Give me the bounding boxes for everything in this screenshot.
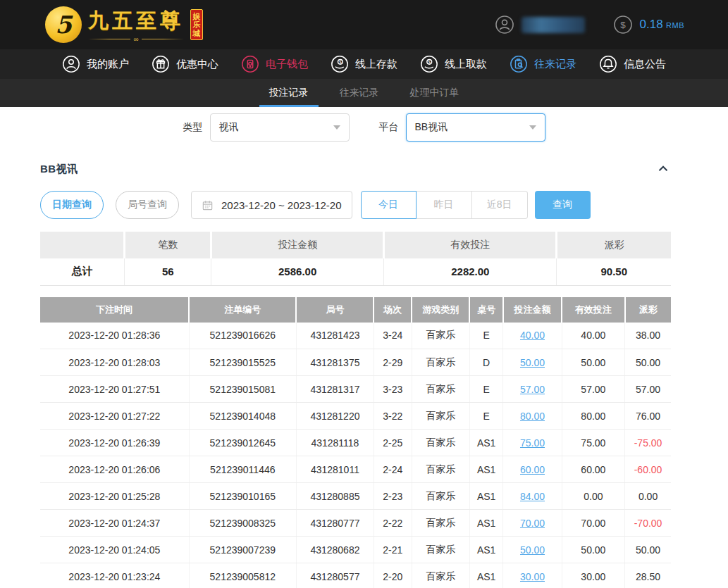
section-title: BB视讯 [40,163,78,176]
cell-game: 百家乐 [412,430,469,456]
main-nav: 我的账户 优惠中心 电子钱包 [0,49,728,79]
cell-session: 3-24 [374,323,412,349]
table-row: 2023-12-20 01:25:28521239010165431280885… [40,483,671,510]
cell-table_no: AS1 [469,430,502,456]
summary-header-bet-amount: 投注金额 [211,232,384,258]
gift-icon [152,55,170,73]
cell-round_no: 431280885 [296,483,374,510]
bet-amount-link[interactable]: 50.00 [520,544,545,556]
bet-amount-link[interactable]: 40.00 [520,330,545,341]
bet-amount-link[interactable]: 50.00 [520,357,545,368]
nav-item-online-deposit[interactable]: $ 线上存款 [331,55,397,73]
cell-table_no: AS1 [469,537,502,563]
logo-coin-icon: 5 [45,6,82,43]
bet-amount-link[interactable]: 75.00 [520,437,545,449]
cell-round_no: 431280577 [296,563,374,588]
date-query-button[interactable]: 日期查询 [40,191,104,219]
tab-transaction-records[interactable]: 往来记录 [338,79,381,107]
query-toolbar: 日期查询 局号查询 2023-12-20 ~ 2023-12-20 今日 昨日 … [40,191,671,219]
cell-time: 2023-12-20 01:24:37 [40,510,189,537]
nav-item-online-withdrawal[interactable]: $ 线上取款 [420,55,487,73]
nav-item-promotions[interactable]: 优惠中心 [152,55,218,73]
bet-amount-link[interactable]: 30.00 [520,571,545,582]
sub-nav: 投注记录 往来记录 处理中订单 [0,79,728,107]
last-8-days-button[interactable]: 近8日 [472,191,528,219]
cell-valid: 50.00 [562,349,624,376]
nav-label: 往来记录 [534,58,576,71]
table-row: 2023-12-20 01:23:24521239005812431280577… [40,563,671,588]
cell-bet_no: 521239014048 [189,403,296,430]
nav-item-my-account[interactable]: 我的账户 [62,55,129,73]
summary-header-row: 笔数 投注金额 有效投注 派彩 [40,232,671,258]
today-button[interactable]: 今日 [361,191,417,219]
cell-bet_no: 521239016626 [189,323,296,349]
summary-header-blank [40,232,125,258]
deposit-icon: $ [331,55,349,73]
username-blurred [522,17,585,33]
summary-header-payout: 派彩 [557,232,671,258]
platform-select[interactable]: BB视讯 [406,113,545,142]
bet-table-header-row: 下注时间 注单编号 局号 场次 游戏类别 桌号 投注金额 有效投注 派彩 [40,297,671,323]
tab-processing-orders[interactable]: 处理中订单 [409,79,461,107]
cell-valid: 50.00 [562,537,624,563]
cell-time: 2023-12-20 01:27:22 [40,403,189,430]
nav-item-e-wallet[interactable]: 电子钱包 [241,55,308,73]
content-area: BB视讯 日期查询 局号查询 2023-12-20 ~ 2023-12-20 今… [0,154,728,588]
cell-table_no: AS1 [469,483,502,510]
cell-valid: 60.00 [562,456,624,483]
table-row: 2023-12-20 01:28:36521239016626431281423… [40,323,671,349]
user-icon [62,55,80,73]
cell-table_no: E [469,376,502,403]
cell-bet: 70.00 [503,510,562,537]
cell-game: 百家乐 [412,537,469,563]
cell-time: 2023-12-20 01:24:05 [40,537,189,563]
nav-label: 线上存款 [355,58,397,71]
cell-round_no: 431281118 [296,430,374,456]
nav-item-transaction-records[interactable]: 往来记录 [510,55,576,73]
search-button[interactable]: 查询 [535,191,591,219]
balance-amount[interactable]: 0.18 RMB [640,18,685,32]
tab-bet-records[interactable]: 投注记录 [268,79,310,107]
cell-time: 2023-12-20 01:27:51 [40,376,189,403]
logo-badge: 娱乐城 [190,9,203,40]
platform-filter-label: 平台 [379,121,399,134]
calendar-icon [202,199,214,211]
bet-amount-link[interactable]: 70.00 [520,518,545,529]
cell-valid: 40.00 [562,323,624,349]
yesterday-button[interactable]: 昨日 [417,191,472,219]
cell-time: 2023-12-20 01:28:03 [40,349,189,376]
cell-game: 百家乐 [412,323,469,349]
round-query-button[interactable]: 局号查询 [116,191,179,219]
cell-session: 3-23 [374,376,412,403]
summary-header-valid-bet: 有效投注 [384,232,557,258]
summary-total-label: 总计 [40,258,125,285]
type-select[interactable]: 视讯 [210,113,350,142]
bet-records-table: 下注时间 注单编号 局号 场次 游戏类别 桌号 投注金额 有效投注 派彩 202… [40,297,671,588]
col-bet-number: 注单编号 [189,297,296,323]
cell-round_no: 431281220 [296,403,374,430]
cell-round_no: 431281011 [296,456,374,483]
summary-total-bet-amount: 2586.00 [211,258,384,285]
cell-valid: 57.00 [562,376,624,403]
bet-amount-link[interactable]: 84.00 [520,491,545,502]
nav-label: 电子钱包 [266,58,308,71]
cell-round_no: 431281375 [296,349,374,376]
date-range-input[interactable]: 2023-12-20 ~ 2023-12-20 [191,191,352,219]
site-logo[interactable]: 5 九五至尊 ∞ 娱乐城 [45,6,203,43]
user-avatar-icon[interactable] [495,15,514,35]
summary-table: 笔数 投注金额 有效投注 派彩 总计 56 2586.00 2282.00 90… [40,232,671,286]
top-header: 5 九五至尊 ∞ 娱乐城 $ 0.18 RMB [0,0,728,49]
cell-table_no: E [469,403,502,430]
user-area: $ 0.18 RMB [495,15,685,35]
bet-amount-link[interactable]: 60.00 [520,464,545,475]
nav-item-announcements[interactable]: 信息公告 [599,55,666,73]
cell-valid: 70.00 [562,510,624,537]
cell-payout: 0.00 [625,483,671,510]
records-icon [510,55,528,73]
col-payout: 派彩 [625,297,671,323]
cell-valid: 0.00 [562,483,624,510]
collapse-chevron-up-icon[interactable] [655,161,671,177]
bet-amount-link[interactable]: 57.00 [520,384,545,395]
nav-label: 线上取款 [445,58,487,71]
bet-amount-link[interactable]: 80.00 [520,411,545,422]
